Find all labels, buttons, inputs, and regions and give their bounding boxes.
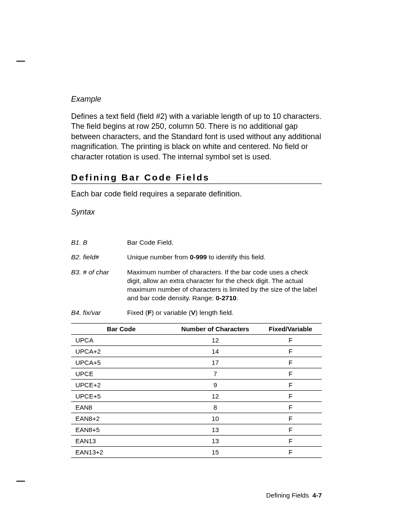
table-cell: 8 xyxy=(171,402,259,413)
table-header: Bar Code xyxy=(71,324,171,335)
definition-desc: Maximum number of characters. If the bar… xyxy=(127,268,322,303)
definition-term: B1. B xyxy=(71,238,127,247)
table-header: Fixed/Variable xyxy=(259,324,322,335)
definition-row: B2. field# Unique number from 0-999 to i… xyxy=(71,253,322,261)
definition-term: B3. # of char xyxy=(71,268,127,303)
table-cell: F xyxy=(259,424,322,436)
section-intro: Each bar code field requires a separate … xyxy=(71,189,322,199)
table-row: UPCA+214F xyxy=(71,346,322,357)
page-content: Example Defines a text field (field #2) … xyxy=(71,95,322,458)
table-cell: UPCA xyxy=(71,335,171,346)
table-cell: UPCE+5 xyxy=(71,391,171,402)
table-row: UPCA+517F xyxy=(71,357,322,368)
text: Unique number from xyxy=(127,253,190,261)
example-heading: Example xyxy=(71,95,322,104)
table-cell: F xyxy=(259,413,322,424)
table-cell: UPCE+2 xyxy=(71,380,171,391)
text: . xyxy=(237,294,238,302)
table-row: UPCE+29F xyxy=(71,380,322,391)
table-cell: UPCA+5 xyxy=(71,357,171,368)
range-value: 0-999 xyxy=(190,253,207,261)
table-row: UPCE7F xyxy=(71,368,322,380)
text: Fixed ( xyxy=(127,309,147,316)
table-header: Number of Characters xyxy=(171,324,259,335)
table-cell: 13 xyxy=(171,436,259,447)
table-cell: F xyxy=(259,335,322,346)
text: ) length field. xyxy=(196,309,234,316)
footer-section-title: Defining Fields xyxy=(266,492,309,499)
table-cell: EAN8 xyxy=(71,402,171,413)
definition-row: B4. fix/var Fixed (F) or variable (V) le… xyxy=(71,308,322,317)
table-cell: 12 xyxy=(171,391,259,402)
table-cell: UPCE xyxy=(71,368,171,380)
table-header-row: Bar Code Number of Characters Fixed/Vari… xyxy=(71,324,322,335)
table-cell: 12 xyxy=(171,335,259,346)
table-cell: 14 xyxy=(171,346,259,357)
text: to identify this field. xyxy=(207,253,265,261)
table-cell: F xyxy=(259,447,322,458)
page-footer: Defining Fields 4-7 xyxy=(266,492,322,499)
table-row: EAN8+513F xyxy=(71,424,322,436)
text: ) or variable ( xyxy=(152,309,191,316)
range-value: 0-2710 xyxy=(216,294,237,302)
table-cell: 9 xyxy=(171,380,259,391)
letter: F xyxy=(147,309,151,316)
section-heading: Defining Bar Code Fields xyxy=(71,172,322,184)
table-cell: 10 xyxy=(171,413,259,424)
definition-row: B1. B Bar Code Field. xyxy=(71,238,322,247)
table-cell: UPCA+2 xyxy=(71,346,171,357)
table-cell: F xyxy=(259,402,322,413)
table-cell: F xyxy=(259,368,322,380)
table-cell: F xyxy=(259,436,322,447)
table-cell: F xyxy=(259,346,322,357)
table-row: EAN13+215F xyxy=(71,447,322,458)
definition-desc: Bar Code Field. xyxy=(127,238,322,247)
crop-mark xyxy=(16,61,25,62)
table-cell: 15 xyxy=(171,447,259,458)
barcode-table: Bar Code Number of Characters Fixed/Vari… xyxy=(71,323,322,458)
table-cell: EAN13 xyxy=(71,436,171,447)
definition-term: B2. field# xyxy=(71,253,127,261)
example-body-text: Defines a text field (field #2) with a v… xyxy=(71,112,322,162)
table-cell: EAN13+2 xyxy=(71,447,171,458)
table-cell: EAN8+5 xyxy=(71,424,171,436)
table-cell: EAN8+2 xyxy=(71,413,171,424)
table-row: EAN8+210F xyxy=(71,413,322,424)
letter: V xyxy=(191,309,195,316)
footer-page-number: 4-7 xyxy=(312,492,322,499)
definition-row: B3. # of char Maximum number of characte… xyxy=(71,268,322,303)
table-row: UPCE+512F xyxy=(71,391,322,402)
table-row: EAN88F xyxy=(71,402,322,413)
table-cell: 13 xyxy=(171,424,259,436)
syntax-heading: Syntax xyxy=(71,208,322,217)
table-row: UPCA12F xyxy=(71,335,322,346)
definition-term: B4. fix/var xyxy=(71,308,127,317)
definition-desc: Fixed (F) or variable (V) length field. xyxy=(127,308,322,317)
table-cell: 7 xyxy=(171,368,259,380)
table-cell: F xyxy=(259,391,322,402)
table-cell: F xyxy=(259,357,322,368)
table-cell: F xyxy=(259,380,322,391)
table-row: EAN1313F xyxy=(71,436,322,447)
table-cell: 17 xyxy=(171,357,259,368)
crop-mark xyxy=(16,481,25,482)
definition-desc: Unique number from 0-999 to identify thi… xyxy=(127,253,322,261)
